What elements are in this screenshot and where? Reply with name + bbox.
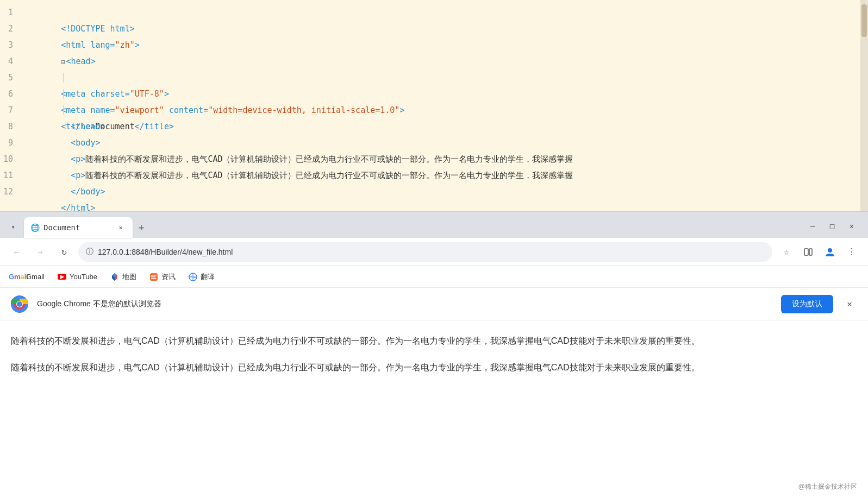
reload-button[interactable]: ↻ (54, 242, 74, 262)
code-line-4: 4 │ <meta charset="UTF-8"> (0, 53, 868, 70)
youtube-label: YouTube (70, 273, 97, 281)
translate-icon (189, 273, 197, 281)
tab-title: Document (43, 223, 111, 232)
back-button[interactable]: ← (7, 242, 26, 262)
gmail-label: Gmail (26, 273, 45, 281)
tab-bar: ▾ 🌐 Document ✕ + – □ ✕ (0, 212, 868, 238)
code-line-1: 1 <!DOCTYPE html> (0, 4, 868, 21)
code-line-12: 12 </html> (0, 184, 868, 200)
more-options-button[interactable]: ⋮ (842, 242, 861, 262)
split-view-button[interactable] (798, 242, 818, 262)
bookmark-zixun[interactable]: 资讯 (144, 270, 181, 284)
code-line-10: 10 <p>随着科技的不断发展和进步，电气CAD（计算机辅助设计）已经成为电力行… (0, 151, 868, 167)
window-controls: – □ ✕ (805, 218, 864, 234)
page-paragraph-1: 随着科技的不断发展和进步，电气CAD（计算机辅助设计）已经成为电力行业不可或缺的… (11, 333, 857, 349)
nav-actions: ☆ ⋮ (777, 242, 861, 262)
svg-rect-1 (809, 249, 812, 255)
translate-label: 翻译 (201, 272, 215, 282)
address-bar[interactable]: ⓘ 127.0.0.1:8848/HBuilder/4/new_file.htm… (78, 242, 772, 262)
bookmark-translate[interactable]: 翻译 (183, 270, 220, 284)
navigation-bar: ← → ↻ ⓘ 127.0.0.1:8848/HBuilder/4/new_fi… (0, 238, 868, 266)
profile-button[interactable] (820, 242, 840, 262)
scrollbar-thumb[interactable] (861, 4, 867, 37)
code-lines: 1 <!DOCTYPE html> 2 <html lang="zh"> 3 ⊟… (0, 0, 868, 204)
svg-rect-0 (804, 249, 808, 255)
banner-text: Google Chrome 不是您的默认浏览器 (37, 299, 772, 309)
browser-tab-active[interactable]: 🌐 Document ✕ (24, 217, 133, 238)
bookmark-youtube[interactable]: YouTube (52, 270, 103, 283)
youtube-icon (58, 273, 66, 281)
new-tab-button[interactable]: + (133, 218, 150, 236)
code-line-11: 11 </body> (0, 167, 868, 184)
watermark: @稀土掘金技术社区 (798, 482, 857, 491)
page-content: 随着科技的不断发展和进步，电气CAD（计算机辅助设计）已经成为电力行业不可或缺的… (0, 320, 868, 498)
page-paragraph-2: 随着科技的不断发展和进步，电气CAD（计算机辅助设计）已经成为电力行业不可或缺的… (11, 360, 857, 376)
maps-label: 地图 (122, 272, 136, 282)
tab-close-button[interactable]: ✕ (115, 222, 126, 233)
bookmarks-bar: Gmail Gmail YouTube 地图 (0, 266, 868, 288)
split-view-icon (803, 247, 813, 257)
set-default-button[interactable]: 设为默认 (781, 295, 833, 313)
svg-rect-5 (151, 276, 155, 278)
zixun-icon (149, 273, 158, 281)
default-browser-banner: Google Chrome 不是您的默认浏览器 设为默认 ✕ (0, 288, 868, 320)
code-editor: 1 <!DOCTYPE html> 2 <html lang="zh"> 3 ⊟… (0, 0, 868, 212)
tab-favicon: 🌐 (30, 223, 39, 232)
svg-rect-4 (151, 275, 157, 276)
gmail-icon: Gmail (14, 273, 23, 281)
close-window-button[interactable]: ✕ (844, 218, 859, 234)
forward-button[interactable]: → (30, 242, 50, 262)
code-line-7: 7 </head> (0, 102, 868, 118)
zixun-label: 资讯 (161, 272, 176, 282)
security-icon: ⓘ (86, 247, 93, 257)
code-line-6: 6 │ <title>Document</title> (0, 86, 868, 102)
chrome-logo (11, 295, 28, 313)
svg-point-2 (828, 248, 832, 253)
bookmark-maps[interactable]: 地图 (105, 270, 142, 284)
url-text: 127.0.0.1:8848/HBuilder/4/new_file.html (98, 248, 765, 256)
minimize-button[interactable]: – (805, 218, 820, 234)
browser-window: ▾ 🌐 Document ✕ + – □ ✕ ← → ↻ ⓘ 127.0.0.1… (0, 212, 868, 498)
svg-point-11 (17, 301, 22, 307)
code-line-3: 3 ⊟<head> (0, 37, 868, 53)
code-line-9: 9 <p>随着科技的不断发展和进步，电气CAD（计算机辅助设计）已经成为电力行业… (0, 135, 868, 151)
tab-dropdown-button[interactable]: ▾ (4, 218, 22, 236)
code-line-8: 8 <body> (0, 118, 868, 135)
editor-scrollbar[interactable] (860, 0, 868, 211)
code-line-2: 2 <html lang="zh"> (0, 21, 868, 37)
banner-close-button[interactable]: ✕ (842, 297, 857, 312)
profile-icon (825, 247, 835, 257)
bookmark-gmail[interactable]: Gmail Gmail (9, 270, 50, 283)
svg-rect-6 (151, 278, 156, 279)
maximize-button[interactable]: □ (825, 218, 840, 234)
bookmark-star-button[interactable]: ☆ (777, 242, 796, 262)
code-line-5: 5 │ <meta name="viewport" content="width… (0, 70, 868, 86)
maps-icon (110, 273, 119, 281)
